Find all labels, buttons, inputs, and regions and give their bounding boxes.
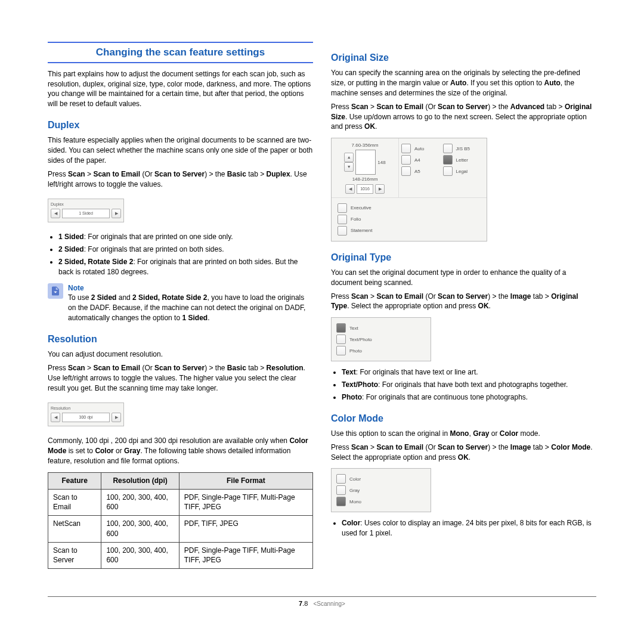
th-resolution: Resolution (dpi) — [101, 472, 179, 489]
th-format: File Format — [179, 472, 312, 489]
resolution-p3: Commonly, 100 dpi , 200 dpi and 300 dpi … — [48, 436, 313, 466]
left-arrow-button[interactable]: ◀ — [345, 184, 355, 194]
table-row: Scan to Email100, 200, 300, 400, 600PDF,… — [48, 489, 313, 516]
size-option[interactable]: Folio — [338, 215, 481, 224]
color-option[interactable]: Gray — [336, 485, 426, 495]
original-type-nav: Press Scan > Scan to Email (Or Scan to S… — [331, 292, 596, 312]
right-arrow-button[interactable]: ▶ — [375, 184, 385, 194]
color-mode-bullets: Color: Uses color to display an image. 2… — [342, 518, 596, 538]
size-preview: 7.60-356mm ▲ ▼ 148 148-216mm ◀ 1016 ▶ — [332, 138, 399, 197]
left-arrow-button[interactable]: ◀ — [51, 209, 60, 218]
original-size-heading: Original Size — [331, 51, 596, 64]
original-size-nav: Press Scan > Scan to Email (Or Scan to S… — [331, 102, 596, 132]
note-title: Note — [68, 283, 313, 293]
right-arrow-button[interactable]: ▶ — [112, 209, 121, 218]
original-type-ui: Text Text/Photo Photo — [331, 317, 431, 361]
duplex-heading: Duplex — [48, 119, 313, 132]
section-title-bar: Changing the scan feature settings — [48, 42, 313, 63]
size-option[interactable]: JIS B5 — [443, 144, 485, 153]
resolution-nav: Press Scan > Scan to Email (Or Scan to S… — [48, 363, 313, 393]
duplex-bullets: 1 Sided: For originals that are printed … — [58, 232, 313, 277]
right-arrow-button[interactable]: ▶ — [112, 413, 121, 422]
page-title: Changing the scan feature settings — [48, 45, 313, 60]
left-arrow-button[interactable]: ◀ — [51, 413, 60, 422]
original-size-p1: You can specify the scanning area on the… — [331, 68, 596, 98]
type-option[interactable]: Text — [336, 323, 426, 333]
resolution-p1: You can adjust document resolution. — [48, 349, 313, 360]
color-mode-nav: Press Scan > Scan to Email (Or Scan to S… — [331, 442, 596, 463]
size-option[interactable]: A4 — [401, 155, 443, 165]
resolution-table: Feature Resolution (dpi) File Format Sca… — [48, 472, 313, 569]
table-row: Scan to Server100, 200, 300, 400, 600PDF… — [48, 542, 313, 569]
duplex-nav: Press Scan > Scan to Email (Or Scan to S… — [48, 169, 313, 190]
original-type-heading: Original Type — [331, 251, 596, 264]
up-arrow-button[interactable]: ▲ — [344, 153, 354, 162]
size-option[interactable]: Legal — [443, 166, 485, 176]
original-type-bullets: Text: For originals that have text or li… — [342, 367, 596, 402]
size-option[interactable]: Letter — [443, 155, 485, 165]
size-option[interactable]: Auto — [401, 144, 443, 153]
type-option[interactable]: Photo — [336, 346, 426, 355]
color-mode-p1: Use this option to scan the original in … — [331, 429, 596, 439]
resolution-value: 300 dpi — [62, 413, 110, 422]
page-footer: 7.8 <Scanning> — [48, 596, 596, 608]
size-option[interactable]: A5 — [401, 166, 443, 176]
right-column: Original Size You can specify the scanni… — [331, 42, 596, 575]
down-arrow-button[interactable]: ▼ — [344, 162, 354, 172]
color-mode-heading: Color Mode — [331, 412, 596, 425]
intro-paragraph: This part explains how to adjust the doc… — [48, 69, 313, 109]
note-block: Note To use 2 Sided and 2 Sided, Rotate … — [48, 283, 313, 323]
resolution-ui: Resolution ◀ 300 dpi ▶ — [48, 402, 124, 426]
table-row: NetScan100, 200, 300, 400, 600PDF, TIFF,… — [48, 516, 313, 543]
duplex-value: 1 Sided — [62, 209, 110, 218]
duplex-p1: This feature especially applies when the… — [48, 135, 313, 165]
size-option[interactable]: Executive — [338, 203, 481, 213]
th-feature: Feature — [48, 472, 101, 489]
left-column: Changing the scan feature settings This … — [48, 42, 313, 575]
resolution-ui-label: Resolution — [51, 405, 121, 411]
size-option[interactable]: Statement — [338, 226, 481, 236]
color-option[interactable]: Mono — [336, 497, 426, 506]
note-body: To use 2 Sided and 2 Sided, Rotate Side … — [68, 293, 313, 323]
color-option[interactable]: Color — [336, 474, 426, 484]
original-type-p1: You can set the original document type i… — [331, 268, 596, 288]
duplex-ui-label: Duplex — [51, 202, 121, 208]
resolution-heading: Resolution — [48, 333, 313, 346]
color-mode-ui: Color Gray Mono — [331, 468, 431, 512]
note-icon — [48, 283, 63, 299]
type-option[interactable]: Text/Photo — [336, 335, 426, 344]
duplex-ui: Duplex ◀ 1 Sided ▶ — [48, 199, 124, 222]
original-size-ui: 7.60-356mm ▲ ▼ 148 148-216mm ◀ 1016 ▶ — [331, 138, 487, 241]
